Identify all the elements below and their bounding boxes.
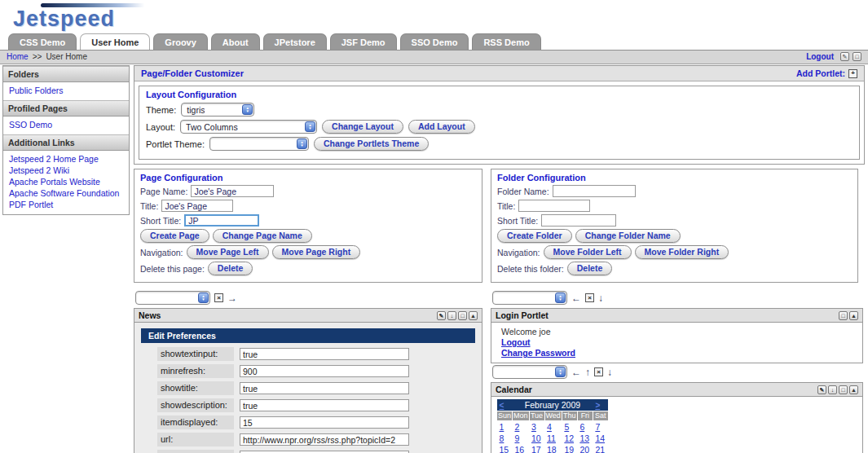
calendar-date-link[interactable]: 3 bbox=[531, 422, 536, 432]
move-page-right-button[interactable]: Move Page Right bbox=[272, 245, 361, 259]
login-logout-link[interactable]: Logout bbox=[501, 337, 853, 347]
page-name-input[interactable] bbox=[191, 185, 274, 197]
calendar-date-link[interactable]: 7 bbox=[595, 422, 600, 432]
tab-groovy[interactable]: Groovy bbox=[153, 33, 208, 50]
calendar-date-link[interactable]: 20 bbox=[579, 445, 589, 453]
change-page-name-button[interactable]: Change Page Name bbox=[213, 229, 312, 243]
select-stepper-icon: ▲▼ bbox=[305, 121, 315, 132]
pref-itemdisplayed-input[interactable] bbox=[240, 416, 409, 429]
sidebar-link-apache-portals[interactable]: Apache Portals Website bbox=[3, 176, 129, 187]
edit-icon[interactable]: ✎ bbox=[817, 385, 826, 394]
login-portlet-select[interactable]: ▲▼ bbox=[492, 291, 567, 305]
add-layout-button[interactable]: Add Layout bbox=[408, 120, 475, 134]
pref-showdescription-input[interactable] bbox=[240, 399, 409, 411]
calendar-date-link[interactable]: 5 bbox=[564, 422, 569, 432]
restore-icon[interactable]: ▲ bbox=[849, 385, 858, 394]
move-portlet-left-icon[interactable]: ← bbox=[571, 293, 581, 303]
left-column-portlet-select[interactable]: ▲▼ bbox=[135, 291, 210, 305]
remove-portlet-icon[interactable]: × bbox=[214, 293, 223, 302]
tab-rss-demo[interactable]: RSS Demo bbox=[472, 33, 540, 50]
move-portlet-left-icon[interactable]: ← bbox=[571, 367, 581, 377]
sidebar-link-jetspeed-home[interactable]: Jetspeed 2 Home Page bbox=[3, 153, 129, 165]
calendar-date-link[interactable]: 14 bbox=[595, 433, 605, 443]
calendar-date-link[interactable]: 13 bbox=[579, 433, 589, 443]
sidebar-link-sso-demo[interactable]: SSO Demo bbox=[3, 119, 129, 130]
sidebar-links-folders: Public Folders bbox=[3, 82, 129, 100]
change-folder-name-button[interactable]: Change Folder Name bbox=[575, 229, 681, 243]
pref-showtextinput-input[interactable] bbox=[240, 348, 409, 360]
move-portlet-down-icon[interactable]: ↓ bbox=[607, 367, 612, 377]
restore-icon[interactable]: ▲ bbox=[849, 311, 858, 320]
calendar-date-link[interactable]: 8 bbox=[500, 433, 504, 443]
calendar-date-link[interactable]: 12 bbox=[564, 433, 574, 443]
calendar-date-link[interactable]: 6 bbox=[579, 422, 584, 432]
create-page-button[interactable]: Create Page bbox=[140, 229, 209, 243]
delete-page-button[interactable]: Delete bbox=[208, 262, 253, 275]
tab-about[interactable]: About bbox=[211, 33, 260, 50]
calendar-date-link[interactable]: 1 bbox=[500, 422, 504, 432]
calendar-prev-month-link[interactable]: < bbox=[500, 401, 504, 410]
calendar-date-link[interactable]: 10 bbox=[531, 433, 541, 443]
add-portlet-control[interactable]: Add Portlet: + bbox=[796, 68, 857, 78]
maximize-icon[interactable]: □ bbox=[839, 311, 848, 320]
move-portlet-right-icon[interactable]: → bbox=[227, 293, 237, 303]
sidebar-link-jetspeed-wiki[interactable]: Jetspeed 2 Wiki bbox=[3, 165, 129, 176]
sidebar-link-public-folders[interactable]: Public Folders bbox=[3, 85, 129, 96]
minimize-icon[interactable]: ↓ bbox=[447, 311, 456, 320]
pref-url-input[interactable] bbox=[240, 433, 409, 446]
logout-link[interactable]: Logout bbox=[806, 52, 834, 61]
change-layout-button[interactable]: Change Layout bbox=[322, 120, 403, 134]
calendar-date-link[interactable]: 4 bbox=[547, 422, 552, 432]
remove-portlet-icon[interactable]: × bbox=[585, 293, 594, 302]
move-folder-right-button[interactable]: Move Folder Right bbox=[635, 245, 729, 259]
move-folder-left-button[interactable]: Move Folder Left bbox=[544, 245, 632, 259]
portlet-theme-select[interactable]: ▲▼ bbox=[209, 137, 309, 151]
folder-title-input[interactable] bbox=[518, 200, 590, 212]
calendar-date-link[interactable]: 17 bbox=[531, 445, 541, 453]
delete-folder-label: Delete this folder: bbox=[497, 264, 564, 274]
maximize-page-icon[interactable]: □ bbox=[853, 52, 861, 61]
sidebar-link-pdf-portlet[interactable]: PDF Portlet bbox=[3, 199, 129, 210]
layout-select[interactable]: Two Columns ▲▼ bbox=[180, 120, 317, 134]
calendar-date-link[interactable]: 16 bbox=[515, 445, 525, 453]
sidebar-section-additional-links: Additional Links bbox=[3, 134, 129, 151]
tab-jsf-demo[interactable]: JSF Demo bbox=[330, 33, 397, 50]
maximize-icon[interactable]: □ bbox=[458, 311, 467, 320]
remove-portlet-icon[interactable]: × bbox=[594, 367, 603, 376]
change-portlets-theme-button[interactable]: Change Portlets Theme bbox=[314, 137, 429, 151]
minimize-icon[interactable]: ↓ bbox=[828, 385, 837, 394]
tab-user-home[interactable]: User Home bbox=[80, 33, 150, 50]
calendar-date-link[interactable]: 21 bbox=[595, 445, 605, 453]
change-password-link[interactable]: Change Password bbox=[501, 348, 853, 358]
folder-name-input[interactable] bbox=[553, 185, 636, 197]
page-short-title-input[interactable] bbox=[184, 214, 259, 226]
calendar-date-link[interactable]: 19 bbox=[564, 445, 574, 453]
tab-css-demo[interactable]: CSS Demo bbox=[8, 33, 77, 50]
calendar-next-month-link[interactable]: > bbox=[595, 401, 600, 410]
calendar-portlet-select[interactable]: ▲▼ bbox=[492, 365, 567, 379]
breadcrumb-home-link[interactable]: Home bbox=[7, 52, 29, 61]
calendar-date-link[interactable]: 18 bbox=[547, 445, 557, 453]
sidebar-link-apache-foundation[interactable]: Apache Software Foundation bbox=[3, 187, 129, 199]
pref-showtitle-input[interactable] bbox=[240, 382, 409, 394]
move-portlet-up-icon[interactable]: ↑ bbox=[585, 367, 590, 377]
edit-page-icon[interactable]: ✎ bbox=[840, 52, 849, 61]
edit-icon[interactable]: ✎ bbox=[437, 311, 446, 320]
calendar-date-link[interactable]: 2 bbox=[515, 422, 520, 432]
delete-folder-button[interactable]: Delete bbox=[567, 262, 613, 275]
create-folder-button[interactable]: Create Folder bbox=[497, 229, 572, 243]
tab-jpetstore[interactable]: JPetstore bbox=[263, 33, 327, 50]
calendar-date-link[interactable]: 11 bbox=[547, 433, 556, 443]
maximize-icon[interactable]: □ bbox=[839, 385, 848, 394]
move-page-left-button[interactable]: Move Page Left bbox=[187, 245, 269, 259]
move-portlet-down-icon[interactable]: ↓ bbox=[598, 293, 603, 303]
page-title-input[interactable] bbox=[161, 200, 233, 212]
tab-sso-demo[interactable]: SSO Demo bbox=[400, 33, 469, 50]
restore-icon[interactable]: ▲ bbox=[469, 311, 478, 320]
calendar-date-link[interactable]: 15 bbox=[500, 445, 509, 453]
add-portlet-icon[interactable]: + bbox=[848, 69, 857, 78]
calendar-date-link[interactable]: 9 bbox=[515, 433, 520, 443]
theme-select[interactable]: tigris ▲▼ bbox=[181, 103, 254, 117]
pref-minrefresh-input[interactable] bbox=[240, 365, 409, 377]
folder-short-title-input[interactable] bbox=[541, 214, 616, 226]
